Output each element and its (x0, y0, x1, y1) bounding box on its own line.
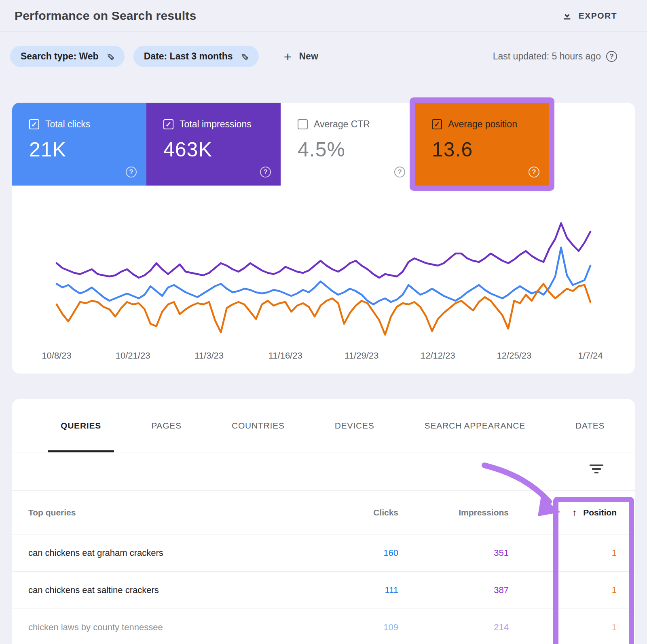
impressions-cell: 351 (398, 548, 509, 558)
position-cell: 1 (509, 585, 617, 595)
edit-pencil-icon: ✎ (104, 52, 116, 60)
help-icon[interactable]: ? (394, 167, 405, 177)
metric-head: Total impressions (163, 119, 281, 130)
x-tick-label: 10/21/23 (116, 351, 150, 361)
dimension-tabs: QUERIES PAGES COUNTRIES DEVICES SEARCH A… (12, 399, 635, 452)
plus-icon: + (284, 50, 292, 63)
x-tick-label: 11/16/23 (269, 351, 302, 361)
chart-line-total-impressions (57, 223, 590, 278)
impressions-cell: 214 (398, 622, 509, 633)
query-cell: can chickens eat saltine crackers (28, 585, 297, 595)
column-header-clicks[interactable]: Clicks (297, 508, 398, 517)
x-tick-label: 11/3/23 (195, 351, 224, 361)
table-row[interactable]: can chickens eat saltine crackers 111 38… (12, 571, 635, 608)
clicks-cell: 109 (297, 622, 398, 633)
table-filter-row (12, 452, 635, 491)
x-tick-label: 12/12/23 (421, 351, 455, 361)
metric-head: Average CTR (298, 119, 415, 130)
tab-countries[interactable]: COUNTRIES (219, 399, 298, 452)
export-button[interactable]: EXPORT (562, 10, 617, 21)
metric-card-total-impressions[interactable]: Total impressions 463K ? (146, 103, 281, 186)
filter-list-icon[interactable] (590, 465, 603, 475)
checkbox-checked-icon[interactable] (163, 119, 173, 129)
help-icon[interactable]: ? (260, 167, 271, 177)
tab-devices[interactable]: DEVICES (322, 399, 387, 452)
date-range-chip[interactable]: Date: Last 3 months ✎ (133, 46, 259, 67)
metric-cards-row: Total clicks 21K ? Total impressions 463… (12, 103, 635, 186)
help-icon[interactable]: ? (126, 167, 137, 177)
checkbox-checked-icon[interactable] (432, 119, 442, 129)
query-cell: chicken laws by county tennessee (28, 622, 297, 633)
download-icon (562, 10, 573, 21)
page-title: Performance on Search results (15, 9, 196, 23)
column-header-impressions[interactable]: Impressions (398, 508, 509, 517)
help-icon[interactable]: ? (606, 51, 617, 62)
checkbox-checked-icon[interactable] (29, 119, 39, 129)
query-cell: can chickens eat graham crackers (28, 548, 297, 558)
metric-card-average-ctr[interactable]: Average CTR 4.5% ? (281, 103, 415, 186)
metric-value: 463K (163, 138, 281, 161)
performance-chart-svg (53, 207, 594, 344)
search-type-chip-label: Search type: Web (21, 51, 99, 62)
x-tick-label: 11/29/23 (345, 351, 378, 361)
tab-queries[interactable]: QUERIES (48, 399, 114, 452)
position-cell: 1 (509, 548, 617, 558)
search-type-chip[interactable]: Search type: Web ✎ (10, 46, 125, 67)
title-bar: Performance on Search results EXPORT (0, 0, 647, 32)
x-tick-label: 1/7/24 (578, 351, 603, 361)
table-row[interactable]: can chickens eat graham crackers 160 351… (12, 534, 635, 571)
date-range-chip-label: Date: Last 3 months (144, 51, 233, 62)
metric-value: 4.5% (298, 138, 415, 161)
metric-card-total-clicks[interactable]: Total clicks 21K ? (12, 103, 146, 186)
table-row[interactable]: chicken laws by county tennessee 109 214… (12, 608, 635, 644)
help-icon[interactable]: ? (529, 167, 539, 177)
performance-chart (53, 207, 594, 344)
dimensions-table-card: QUERIES PAGES COUNTRIES DEVICES SEARCH A… (12, 399, 635, 644)
x-axis-labels: 10/8/2310/21/2311/3/2311/16/2311/29/2312… (53, 344, 594, 370)
position-cell: 1 (509, 622, 617, 633)
sort-ascending-arrow-icon: ↑ (572, 507, 577, 518)
metric-head: Average position (432, 119, 549, 130)
metric-label: Total clicks (45, 119, 90, 130)
tab-search-appearance[interactable]: SEARCH APPEARANCE (412, 399, 538, 452)
metric-card-average-position[interactable]: Average position 13.6 ? (415, 103, 549, 186)
metric-label: Total impressions (180, 119, 252, 130)
export-label: EXPORT (579, 11, 617, 21)
tab-pages[interactable]: PAGES (138, 399, 195, 452)
metric-label: Average position (448, 119, 517, 130)
checkbox-unchecked-icon[interactable] (298, 119, 308, 129)
metric-head: Total clicks (29, 119, 146, 130)
metric-value: 13.6 (432, 138, 549, 161)
performance-summary-card: Total clicks 21K ? Total impressions 463… (12, 103, 635, 374)
filter-row: Search type: Web ✎ Date: Last 3 months ✎… (0, 32, 647, 67)
clicks-cell: 160 (297, 548, 398, 558)
tab-dates[interactable]: DATES (562, 399, 617, 452)
column-header-position-label: Position (583, 508, 617, 517)
last-updated-text: Last updated: 5 hours ago (493, 51, 601, 62)
x-tick-label: 10/8/23 (42, 351, 71, 361)
edit-pencil-icon: ✎ (239, 52, 250, 60)
new-filter-button[interactable]: + New (284, 50, 318, 63)
chart-line-average-position (57, 284, 590, 335)
metric-value: 21K (29, 138, 146, 161)
column-header-position[interactable]: ↑ Position (572, 507, 617, 518)
clicks-cell: 111 (297, 585, 398, 595)
last-updated: Last updated: 5 hours ago ? (493, 51, 617, 62)
new-filter-label: New (299, 51, 318, 62)
x-tick-label: 12/25/23 (497, 351, 532, 361)
table-header-row: Top queries Clicks Impressions ↑ Positio… (12, 491, 635, 534)
column-header-top-queries[interactable]: Top queries (28, 508, 297, 517)
impressions-cell: 387 (398, 585, 509, 595)
metric-label: Average CTR (314, 119, 370, 130)
